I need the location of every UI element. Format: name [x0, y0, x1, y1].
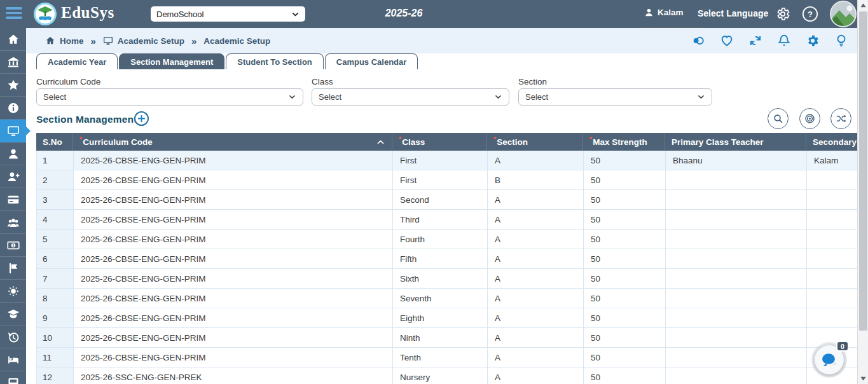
column-header-section[interactable]: *Section [487, 133, 583, 151]
sidebar-item-home[interactable] [0, 28, 26, 51]
cell-primary-class-teacher [666, 348, 807, 367]
avatar[interactable] [830, 1, 857, 27]
sidebar-item-academics[interactable] [0, 120, 26, 142]
help-icon[interactable]: ? [802, 6, 818, 22]
breadcrumb-separator: » [191, 36, 196, 46]
column-header-curriculum-code[interactable]: *Curriculum Code [73, 133, 392, 151]
cell-secondary-class-teacher [807, 170, 857, 189]
scroll-down-arrow[interactable] [858, 373, 868, 384]
column-header-primary-class-teacher[interactable]: Primary Class Teacher [665, 133, 806, 151]
quick-actions [691, 34, 848, 48]
column-header-max-strength[interactable]: *Max Strength [583, 133, 665, 151]
search-button[interactable] [768, 108, 789, 129]
table-row-8[interactable]: 82025-26-CBSE-ENG-GEN-PRIMSeventhA50 [36, 289, 857, 308]
cell-primary-class-teacher: Bhaanu [666, 151, 807, 170]
add-section-button[interactable] [134, 111, 149, 126]
bulb-icon[interactable] [834, 34, 848, 48]
cell-class: Sixth [393, 269, 488, 288]
plus-icon [137, 114, 146, 123]
column-label: Section [497, 137, 528, 147]
table-row-5[interactable]: 52025-26-CBSE-ENG-GEN-PRIMFourthA50 [36, 230, 857, 249]
table-row-3[interactable]: 32025-26-CBSE-ENG-GEN-PRIMSecondA50 [36, 190, 857, 210]
cell-max-strength: 50 [584, 367, 666, 384]
cell-curriculum-code: 2025-26-CBSE-ENG-GEN-PRIM [74, 289, 393, 308]
sidebar-item-hostel[interactable] [0, 348, 26, 371]
home-icon [45, 36, 55, 46]
sidebar-item-flag[interactable] [0, 257, 26, 280]
cell-max-strength: 50 [584, 230, 666, 249]
bell-icon[interactable] [777, 34, 791, 48]
cell-curriculum-code: 2025-26-CBSE-ENG-GEN-PRIM [74, 249, 393, 268]
sidebar-item-student[interactable] [0, 142, 26, 165]
tab-student-to-section[interactable]: Student To Section [226, 53, 323, 69]
toggle-icon[interactable] [691, 34, 705, 48]
breadcrumb-item-home-0[interactable]: Home [45, 36, 84, 46]
cell-class: Fifth [393, 249, 488, 268]
column-header-class[interactable]: *Class [392, 133, 487, 151]
refresh-icon[interactable] [748, 34, 762, 48]
sidebar-item-graduation[interactable] [0, 303, 26, 326]
payroll-icon: 1 [7, 239, 20, 252]
sidebar-item-history[interactable] [0, 326, 26, 348]
cell-primary-class-teacher [666, 190, 807, 209]
chat-button[interactable]: 0 [811, 342, 847, 378]
table-row-1[interactable]: 12025-26-CBSE-ENG-GEN-PRIMFirstA50Bhaanu… [36, 151, 857, 170]
table-row-7[interactable]: 72025-26-CBSE-ENG-GEN-PRIMSixthA50 [36, 269, 857, 289]
curriculum-code-select[interactable]: Select [36, 88, 303, 106]
school-select[interactable]: DemoSchool [151, 6, 305, 22]
cell-s-no: 12 [37, 367, 74, 384]
column-header-s-no[interactable]: S.No [36, 133, 73, 151]
cell-secondary-class-teacher [807, 308, 857, 327]
class-select[interactable]: Select [312, 88, 509, 106]
header-settings-icon[interactable] [775, 6, 790, 22]
cell-class: First [393, 151, 488, 170]
cell-section: A [488, 230, 584, 249]
heart-icon[interactable] [720, 34, 734, 48]
section-select[interactable]: Select [518, 88, 712, 106]
chevron-down-icon [697, 93, 705, 101]
cell-secondary-class-teacher [807, 289, 857, 308]
table-body: 12025-26-CBSE-ENG-GEN-PRIMFirstA50Bhaanu… [36, 151, 857, 384]
transport-icon [7, 376, 20, 384]
scrollbar-thumb[interactable] [859, 11, 867, 331]
cell-primary-class-teacher [666, 308, 807, 327]
tab-campus-calendar[interactable]: Campus Calendar [325, 53, 418, 69]
cell-section: A [488, 190, 584, 209]
sidebar-item-star[interactable] [0, 74, 26, 97]
cell-curriculum-code: 2025-26-CBSE-ENG-GEN-PRIM [74, 190, 393, 209]
admission-icon [7, 170, 20, 183]
sidebar-item-staff-group[interactable] [0, 211, 26, 234]
table-row-11[interactable]: 112025-26-CBSE-ENG-GEN-PRIMTenthA50 [36, 348, 857, 367]
select-language-button[interactable]: Select Language [698, 8, 768, 18]
page-title: Section Management [36, 114, 137, 125]
bullseye-button[interactable] [799, 108, 820, 129]
table-row-10[interactable]: 102025-26-CBSE-ENG-GEN-PRIMNinthA50 [36, 328, 857, 348]
chat-bubble-icon [820, 350, 839, 369]
chat-widget: 0 [811, 341, 850, 379]
scroll-up-arrow[interactable] [858, 0, 868, 11]
table-row-2[interactable]: 22025-26-CBSE-ENG-GEN-PRIMFirstB50 [36, 170, 857, 190]
table-row-12[interactable]: 122025-26-SSC-ENG-GEN-PREKNurseryA50 [36, 367, 857, 384]
hamburger-menu-icon[interactable] [6, 7, 22, 22]
sidebar-item-payroll[interactable]: 1 [0, 234, 26, 257]
gear-icon[interactable] [806, 34, 820, 48]
table-row-4[interactable]: 42025-26-CBSE-ENG-GEN-PRIMThirdA50 [36, 210, 857, 230]
sidebar-item-admission[interactable] [0, 165, 26, 188]
breadcrumb-item-academic-setup-1[interactable]: Academic Setup [103, 36, 184, 46]
sidebar-item-info[interactable] [0, 97, 26, 120]
sidebar-item-institution[interactable] [0, 51, 26, 74]
breadcrumb-item-academic-setup-2[interactable]: Academic Setup [203, 36, 270, 46]
cell-section: A [488, 289, 584, 308]
user-menu[interactable]: Kalam [644, 8, 684, 17]
table-row-9[interactable]: 92025-26-CBSE-ENG-GEN-PRIMEighthA50 [36, 308, 857, 328]
shuffle-button[interactable] [830, 108, 851, 129]
tab-section-management[interactable]: Section Management [119, 53, 224, 69]
tab-academic-year[interactable]: Academic Year [36, 53, 118, 69]
cell-s-no: 11 [37, 348, 74, 367]
table-row-6[interactable]: 62025-26-CBSE-ENG-GEN-PRIMFifthA50 [36, 249, 857, 269]
column-header-secondary-class-teacher[interactable]: Secondary Class Teacher [806, 133, 857, 151]
sidebar-item-fees-card[interactable] [0, 188, 26, 211]
sidebar-item-transport[interactable] [0, 371, 26, 384]
star-icon [7, 79, 20, 92]
sidebar-item-settings-sun[interactable] [0, 280, 26, 303]
